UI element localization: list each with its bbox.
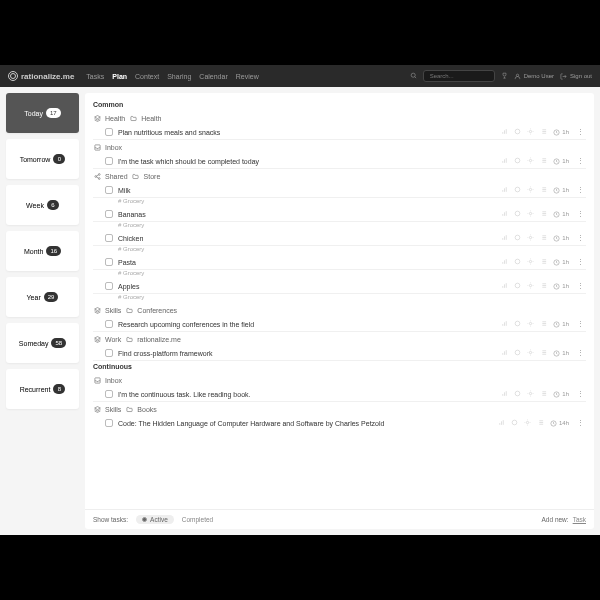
nav-plan[interactable]: Plan — [112, 73, 127, 80]
duration[interactable]: 14h — [550, 420, 569, 427]
task-row[interactable]: Plan nutritious meals and snacks1h⋮ — [93, 125, 586, 140]
circle-icon[interactable] — [514, 186, 521, 194]
task-checkbox[interactable] — [105, 282, 113, 290]
task-row[interactable]: I'm the task which should be completed t… — [93, 154, 586, 169]
duration[interactable]: 1h — [553, 129, 569, 136]
task-row[interactable]: Milk1h⋮ — [93, 183, 586, 198]
duration[interactable]: 1h — [553, 211, 569, 218]
task-checkbox[interactable] — [105, 258, 113, 266]
task-checkbox[interactable] — [105, 320, 113, 328]
task-checkbox[interactable] — [105, 128, 113, 136]
period-recurrent[interactable]: Recurrent8 — [6, 369, 79, 409]
list-icon[interactable] — [537, 419, 544, 427]
circle-icon[interactable] — [514, 320, 521, 328]
task-checkbox[interactable] — [105, 210, 113, 218]
priority-icon[interactable] — [501, 234, 508, 242]
sun-icon[interactable] — [527, 390, 534, 398]
task-row[interactable]: Pasta1h⋮ — [93, 255, 586, 270]
sun-icon[interactable] — [527, 349, 534, 357]
group-header[interactable]: Inbox — [93, 373, 586, 387]
group-header[interactable]: SharedStore — [93, 169, 586, 183]
duration[interactable]: 1h — [553, 350, 569, 357]
sun-icon[interactable] — [527, 186, 534, 194]
circle-icon[interactable] — [511, 419, 518, 427]
task-tag[interactable]: # Grocery — [93, 222, 586, 231]
task-tag[interactable]: # Grocery — [93, 270, 586, 279]
task-checkbox[interactable] — [105, 234, 113, 242]
circle-icon[interactable] — [514, 390, 521, 398]
sun-icon[interactable] — [527, 258, 534, 266]
list-icon[interactable] — [540, 186, 547, 194]
task-tag[interactable]: # Grocery — [93, 198, 586, 207]
task-row[interactable]: Code: The Hidden Language of Computer Ha… — [93, 416, 586, 430]
more-icon[interactable]: ⋮ — [575, 320, 586, 328]
sun-icon[interactable] — [527, 210, 534, 218]
signout-button[interactable]: Sign out — [560, 73, 592, 80]
task-checkbox[interactable] — [105, 390, 113, 398]
task-checkbox[interactable] — [105, 419, 113, 427]
group-header[interactable]: Inbox — [93, 140, 586, 154]
priority-icon[interactable] — [501, 128, 508, 136]
logo[interactable]: rationalize.me — [8, 71, 74, 81]
group-header[interactable]: Workrationalize.me — [93, 332, 586, 346]
filter-completed[interactable]: Completed — [182, 516, 213, 523]
user-menu[interactable]: Demo User — [514, 73, 554, 80]
period-month[interactable]: Month16 — [6, 231, 79, 271]
sun-icon[interactable] — [527, 282, 534, 290]
duration[interactable]: 1h — [553, 321, 569, 328]
priority-icon[interactable] — [501, 210, 508, 218]
duration[interactable]: 1h — [553, 259, 569, 266]
trophy-icon[interactable] — [501, 72, 508, 80]
priority-icon[interactable] — [501, 390, 508, 398]
period-tomorrow[interactable]: Tomorrow0 — [6, 139, 79, 179]
task-checkbox[interactable] — [105, 157, 113, 165]
circle-icon[interactable] — [514, 282, 521, 290]
list-icon[interactable] — [540, 349, 547, 357]
more-icon[interactable]: ⋮ — [575, 390, 586, 398]
circle-icon[interactable] — [514, 258, 521, 266]
circle-icon[interactable] — [514, 349, 521, 357]
priority-icon[interactable] — [501, 157, 508, 165]
sun-icon[interactable] — [527, 320, 534, 328]
search-icon[interactable] — [410, 72, 417, 80]
duration[interactable]: 1h — [553, 391, 569, 398]
duration[interactable]: 1h — [553, 158, 569, 165]
circle-icon[interactable] — [514, 157, 521, 165]
nav-calendar[interactable]: Calendar — [199, 73, 227, 80]
sun-icon[interactable] — [527, 128, 534, 136]
list-icon[interactable] — [540, 128, 547, 136]
duration[interactable]: 1h — [553, 283, 569, 290]
task-row[interactable]: Research upcoming conferences in the fie… — [93, 317, 586, 332]
nav-review[interactable]: Review — [236, 73, 259, 80]
nav-sharing[interactable]: Sharing — [167, 73, 191, 80]
circle-icon[interactable] — [514, 128, 521, 136]
filter-active[interactable]: Active — [136, 515, 174, 524]
more-icon[interactable]: ⋮ — [575, 419, 586, 427]
task-row[interactable]: Chicken1h⋮ — [93, 231, 586, 246]
nav-tasks[interactable]: Tasks — [86, 73, 104, 80]
group-header[interactable]: SkillsBooks — [93, 402, 586, 416]
period-year[interactable]: Year29 — [6, 277, 79, 317]
sun-icon[interactable] — [527, 234, 534, 242]
more-icon[interactable]: ⋮ — [575, 234, 586, 242]
circle-icon[interactable] — [514, 210, 521, 218]
duration[interactable]: 1h — [553, 235, 569, 242]
group-header[interactable]: SkillsConferences — [93, 303, 586, 317]
group-header[interactable]: HealthHealth — [93, 111, 586, 125]
list-icon[interactable] — [540, 157, 547, 165]
priority-icon[interactable] — [501, 349, 508, 357]
more-icon[interactable]: ⋮ — [575, 128, 586, 136]
add-task-link[interactable]: Task — [573, 516, 586, 523]
priority-icon[interactable] — [498, 419, 505, 427]
task-row[interactable]: Find cross-platform framework1h⋮ — [93, 346, 586, 361]
period-week[interactable]: Week6 — [6, 185, 79, 225]
list-icon[interactable] — [540, 320, 547, 328]
more-icon[interactable]: ⋮ — [575, 210, 586, 218]
priority-icon[interactable] — [501, 186, 508, 194]
sun-icon[interactable] — [527, 157, 534, 165]
period-today[interactable]: Today17 — [6, 93, 79, 133]
sun-icon[interactable] — [524, 419, 531, 427]
list-icon[interactable] — [540, 234, 547, 242]
more-icon[interactable]: ⋮ — [575, 157, 586, 165]
more-icon[interactable]: ⋮ — [575, 186, 586, 194]
